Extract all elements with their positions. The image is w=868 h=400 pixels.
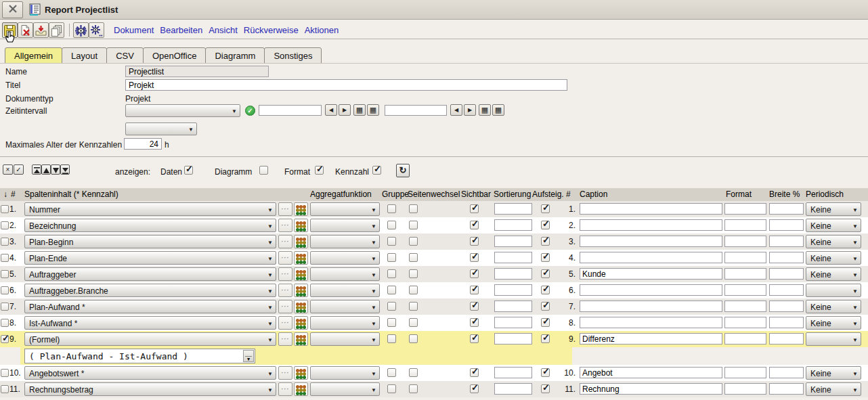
grid-data-button[interactable] <box>294 267 308 281</box>
move-bottom-button[interactable] <box>60 164 70 175</box>
grid-data-button[interactable] <box>294 251 308 265</box>
column-select-checkbox[interactable] <box>1 319 9 327</box>
pagebreak-checkbox[interactable] <box>409 204 418 213</box>
more-options-button[interactable]: ··· <box>278 267 292 281</box>
visible-checkbox[interactable]: ✓ <box>470 253 479 262</box>
aggregate-select[interactable]: ▼ <box>310 284 380 297</box>
visible-checkbox[interactable]: ✓ <box>470 302 479 311</box>
column-select-checkbox[interactable] <box>1 205 9 213</box>
group-checkbox[interactable] <box>387 253 396 262</box>
pagebreak-checkbox[interactable] <box>409 334 418 343</box>
anzeigen-diagramm-checkbox[interactable] <box>259 166 268 175</box>
more-options-button[interactable]: ··· <box>278 382 292 396</box>
grid-data-button[interactable] <box>294 219 308 232</box>
caption-input[interactable] <box>580 252 722 263</box>
more-options-button[interactable]: ··· <box>278 300 292 313</box>
group-checkbox[interactable] <box>387 221 396 229</box>
more-options-button[interactable]: ··· <box>278 366 292 380</box>
column-field-select[interactable]: Plan-Beginn▼ <box>24 235 276 248</box>
more-options-button[interactable]: ··· <box>278 284 292 297</box>
column-select-checkbox[interactable] <box>1 286 9 294</box>
aggregate-select[interactable]: ▼ <box>310 332 380 346</box>
column-field-select[interactable]: Rechnungsbetrag▼ <box>24 382 276 396</box>
periodic-select[interactable]: Keine▼ <box>806 235 861 248</box>
pagebreak-checkbox[interactable] <box>409 286 418 294</box>
calendar-icon[interactable]: ▦ <box>492 104 504 116</box>
periodic-select[interactable]: Keine▼ <box>806 366 861 380</box>
aggregate-select[interactable]: ▼ <box>310 382 380 396</box>
ascending-checkbox[interactable]: ✓ <box>541 286 550 294</box>
visible-checkbox[interactable]: ✓ <box>470 204 479 213</box>
caption-input[interactable] <box>580 284 722 296</box>
pagebreak-checkbox[interactable] <box>409 318 418 327</box>
calendar-icon[interactable]: ▦ <box>367 104 379 116</box>
caption-input[interactable] <box>580 236 722 247</box>
format-input[interactable] <box>724 284 766 296</box>
caption-input[interactable] <box>580 333 722 345</box>
format-input[interactable] <box>724 317 766 328</box>
column-select-checkbox[interactable] <box>1 385 9 393</box>
caption-input[interactable] <box>580 367 722 378</box>
caption-input[interactable] <box>580 317 722 328</box>
column-field-select[interactable]: Auftraggeber▼ <box>24 267 276 281</box>
tab-layout[interactable]: Layout <box>62 47 107 64</box>
width-percent-input[interactable] <box>769 367 804 378</box>
save-button[interactable] <box>2 22 18 38</box>
periodic-select[interactable]: Keine▼ <box>806 219 861 232</box>
sort-direction-icon[interactable]: ↓ <box>3 190 7 199</box>
caption-input[interactable] <box>580 268 722 280</box>
aggregate-select[interactable]: ▼ <box>310 219 380 232</box>
tab-sonstiges[interactable]: Sonstiges <box>264 47 322 64</box>
menu-aktionen[interactable]: Aktionen <box>305 25 339 35</box>
sort-order-input[interactable] <box>494 284 532 296</box>
format-input[interactable] <box>724 203 766 215</box>
ascending-checkbox[interactable]: ✓ <box>541 384 550 393</box>
sort-order-input[interactable] <box>494 268 532 280</box>
column-field-select[interactable]: Angebotswert *▼ <box>24 366 276 380</box>
pagebreak-checkbox[interactable] <box>409 368 418 377</box>
format-input[interactable] <box>724 219 766 231</box>
more-options-button[interactable]: ··· <box>278 332 292 346</box>
group-checkbox[interactable] <box>387 334 396 343</box>
caption-input[interactable] <box>580 203 722 215</box>
periodic-select[interactable]: ▼ <box>806 332 861 346</box>
pagebreak-checkbox[interactable] <box>409 269 418 278</box>
menu-dokument[interactable]: Dokument <box>114 25 154 35</box>
pagebreak-checkbox[interactable] <box>409 302 418 311</box>
column-select-checkbox[interactable] <box>1 254 9 262</box>
ascending-checkbox[interactable]: ✓ <box>541 253 550 262</box>
tab-openoffice[interactable]: OpenOffice <box>143 47 207 64</box>
ascending-checkbox[interactable]: ✓ <box>541 334 550 343</box>
periodic-select[interactable]: Keine▼ <box>806 202 861 216</box>
anzeigen-format-checkbox[interactable]: ✓ <box>315 166 324 175</box>
column-select-checkbox[interactable] <box>1 221 9 229</box>
aggregate-select[interactable]: ▼ <box>310 202 380 216</box>
sort-order-input[interactable] <box>494 333 532 345</box>
aggregate-select[interactable]: ▼ <box>310 316 380 330</box>
date-to-input[interactable] <box>385 105 447 116</box>
width-percent-input[interactable] <box>769 203 804 215</box>
date-to-next-button[interactable]: ▶ <box>464 104 476 116</box>
aggregate-select[interactable]: ▼ <box>310 300 380 313</box>
periodic-select[interactable]: Keine▼ <box>806 316 861 330</box>
visible-checkbox[interactable]: ✓ <box>470 237 479 246</box>
format-input[interactable] <box>724 236 766 247</box>
column-field-select[interactable]: Nummer▼ <box>24 202 276 216</box>
grid-data-button[interactable] <box>294 332 308 346</box>
format-input[interactable] <box>724 301 766 312</box>
width-percent-input[interactable] <box>769 317 804 328</box>
pagebreak-checkbox[interactable] <box>409 221 418 229</box>
pagebreak-checkbox[interactable] <box>409 384 418 393</box>
periodic-select[interactable]: ▼ <box>806 284 861 297</box>
move-down-button[interactable] <box>51 164 60 175</box>
format-input[interactable] <box>724 367 766 378</box>
import-button[interactable] <box>33 22 49 38</box>
format-input[interactable] <box>724 268 766 280</box>
zeitintervall-sub-select[interactable]: ▼ <box>125 123 197 135</box>
column-select-checkbox[interactable] <box>1 238 9 246</box>
column-select-checkbox[interactable] <box>1 270 9 278</box>
sort-order-input[interactable] <box>494 367 532 378</box>
sort-order-input[interactable] <box>494 236 532 247</box>
date-from-prev-button[interactable]: ◀ <box>325 104 337 116</box>
group-checkbox[interactable] <box>387 384 396 393</box>
